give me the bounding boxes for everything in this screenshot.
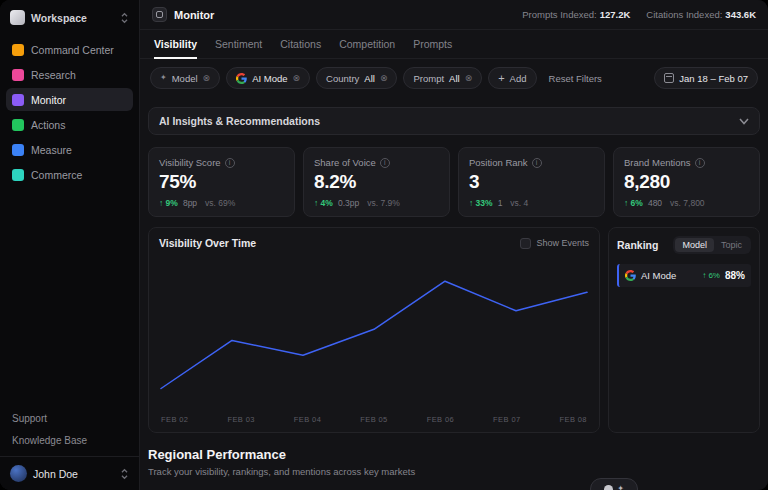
- remove-filter-icon[interactable]: ⊗: [380, 74, 388, 83]
- floating-action-button[interactable]: ✦: [590, 478, 638, 490]
- workspace-logo-icon: [10, 10, 25, 25]
- filter-bar: ✦ Model ⊗ AI Mode ⊗ Country All ⊗ Prompt…: [140, 59, 768, 97]
- stat-cards-row: Visibility Scorei 75% ↑ 9% 8pp vs. 69% S…: [148, 147, 760, 217]
- card-value: 3: [469, 171, 594, 193]
- show-events-checkbox[interactable]: [520, 238, 531, 249]
- citations-indexed-stat: Citations Indexed:343.6K: [646, 9, 756, 20]
- ranking-toggle-topic[interactable]: Topic: [714, 238, 749, 252]
- ranking-toggle-model[interactable]: Model: [675, 238, 714, 252]
- x-axis-label: FEB 03: [227, 415, 254, 424]
- sidebar-item-support[interactable]: Support: [6, 408, 133, 428]
- prompt-filter-chip[interactable]: Prompt All ⊗: [403, 67, 482, 89]
- info-icon[interactable]: i: [532, 158, 542, 168]
- avatar: [10, 465, 27, 482]
- main-area: Monitor Prompts Indexed:127.2K Citations…: [140, 0, 768, 490]
- date-range-value: Jan 18 – Feb 07: [679, 73, 748, 84]
- remove-filter-icon[interactable]: ⊗: [293, 74, 301, 83]
- sidebar-item-label: Actions: [31, 119, 65, 131]
- country-filter-chip[interactable]: Country All ⊗: [316, 67, 397, 89]
- sidebar-item-command-center[interactable]: Command Center: [6, 38, 133, 61]
- info-icon[interactable]: i: [380, 158, 390, 168]
- dashboard-content: AI Insights & Recommendations Visibility…: [140, 97, 768, 490]
- card-title: Share of Voice: [314, 157, 376, 168]
- show-events-toggle[interactable]: Show Events: [520, 238, 589, 249]
- model-filter-label: Model: [172, 73, 198, 84]
- card-meta: ↑ 4% 0.3pp vs. 7.9%: [314, 198, 439, 208]
- prompt-filter-label: Prompt: [413, 73, 444, 84]
- ai-mode-filter-chip[interactable]: AI Mode ⊗: [226, 67, 310, 89]
- ranking-toggle: Model Topic: [673, 236, 751, 254]
- card-value: 8,280: [624, 171, 749, 193]
- delta-value: 8pp: [183, 198, 197, 208]
- ranking-row-change: ↑ 6%: [702, 271, 720, 280]
- user-menu[interactable]: John Doe: [0, 456, 139, 490]
- visibility-over-time-panel: Visibility Over Time Show Events FEB 02F…: [148, 227, 600, 433]
- brand-mentions-card[interactable]: Brand Mentionsi 8,280 ↑ 6% 480 vs. 7,800: [613, 147, 760, 217]
- measure-icon: [12, 144, 24, 156]
- change-value: ↑ 4%: [314, 198, 333, 208]
- info-icon[interactable]: i: [225, 158, 235, 168]
- model-filter-chip[interactable]: ✦ Model ⊗: [150, 67, 220, 89]
- top-bar: Monitor Prompts Indexed:127.2K Citations…: [140, 0, 768, 30]
- regional-performance-section: Regional Performance Track your visibili…: [148, 447, 760, 477]
- sparkle-icon: ✦: [617, 485, 624, 490]
- delta-value: 480: [648, 198, 662, 208]
- date-range-picker[interactable]: Jan 18 – Feb 07: [654, 67, 758, 89]
- sidebar-item-monitor[interactable]: Monitor: [6, 88, 133, 111]
- unfold-more-icon: [120, 468, 129, 480]
- fab-avatar-icon: [604, 485, 613, 490]
- command-center-icon: [12, 44, 24, 56]
- vs-value: vs. 7.9%: [367, 198, 400, 208]
- share-of-voice-card[interactable]: Share of Voicei 8.2% ↑ 4% 0.3pp vs. 7.9%: [303, 147, 450, 217]
- visibility-score-card[interactable]: Visibility Scorei 75% ↑ 9% 8pp vs. 69%: [148, 147, 295, 217]
- user-name: John Doe: [33, 468, 114, 480]
- prompt-filter-value: All: [449, 73, 460, 84]
- sidebar-item-actions[interactable]: Actions: [6, 113, 133, 136]
- prompts-indexed-stat: Prompts Indexed:127.2K: [522, 9, 630, 20]
- ranking-row-ai-mode[interactable]: AI Mode ↑ 6% 88%: [617, 264, 751, 287]
- card-meta: ↑ 6% 480 vs. 7,800: [624, 198, 749, 208]
- tab-bar: Visibility Sentiment Citations Competiti…: [140, 30, 768, 59]
- ranking-panel: Ranking Model Topic AI Mode ↑ 6% 88%: [608, 227, 760, 433]
- google-icon: [625, 270, 636, 281]
- sidebar-item-label: Research: [31, 69, 76, 81]
- card-meta: ↑ 9% 8pp vs. 69%: [159, 198, 284, 208]
- sidebar-item-measure[interactable]: Measure: [6, 138, 133, 161]
- card-title: Visibility Score: [159, 157, 221, 168]
- tab-prompts[interactable]: Prompts: [413, 30, 452, 59]
- sidebar-item-knowledge-base[interactable]: Knowledge Base: [6, 430, 133, 450]
- sidebar-item-label: Command Center: [31, 44, 114, 56]
- remove-filter-icon[interactable]: ⊗: [203, 74, 211, 83]
- add-filter-button[interactable]: + Add: [488, 67, 536, 89]
- tab-citations[interactable]: Citations: [280, 30, 321, 59]
- actions-icon: [12, 119, 24, 131]
- tab-competition[interactable]: Competition: [339, 30, 395, 59]
- sparkle-icon: ✦: [160, 74, 167, 82]
- sidebar: Workspace Command Center Research Monito…: [0, 0, 140, 490]
- sidebar-item-research[interactable]: Research: [6, 63, 133, 86]
- remove-filter-icon[interactable]: ⊗: [465, 74, 473, 83]
- x-axis-label: FEB 06: [427, 415, 454, 424]
- tab-visibility[interactable]: Visibility: [154, 30, 197, 59]
- sidebar-item-commerce[interactable]: Commerce: [6, 163, 133, 186]
- info-icon[interactable]: i: [695, 158, 705, 168]
- sidebar-menu: Command Center Research Monitor Actions …: [0, 33, 139, 191]
- position-rank-card[interactable]: Position Ranki 3 ↑ 33% 1 vs. 4: [458, 147, 605, 217]
- calendar-icon: [664, 73, 674, 83]
- visibility-line: [161, 281, 587, 388]
- x-axis-labels: FEB 02FEB 03FEB 04FEB 05FEB 06FEB 07FEB …: [159, 409, 589, 426]
- ai-insights-panel[interactable]: AI Insights & Recommendations: [148, 107, 760, 135]
- show-events-label: Show Events: [536, 238, 589, 248]
- workspace-switcher[interactable]: Workspace: [0, 0, 139, 33]
- card-title: Brand Mentions: [624, 157, 691, 168]
- x-axis-label: FEB 02: [161, 415, 188, 424]
- support-label: Support: [12, 413, 47, 424]
- ai-mode-filter-value: AI Mode: [252, 73, 287, 84]
- delta-value: 1: [498, 198, 503, 208]
- google-icon: [236, 73, 247, 84]
- tab-sentiment[interactable]: Sentiment: [215, 30, 262, 59]
- ranking-row-value: 88%: [725, 270, 745, 281]
- x-axis-label: FEB 05: [360, 415, 387, 424]
- reset-filters-button[interactable]: Reset Filters: [543, 73, 608, 84]
- x-axis-label: FEB 08: [560, 415, 587, 424]
